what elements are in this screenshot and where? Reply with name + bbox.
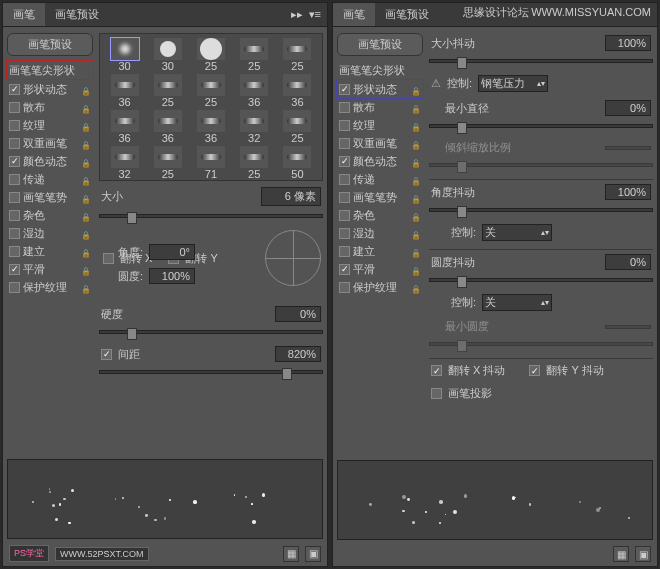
option-10[interactable]: 平滑 (7, 260, 93, 278)
preset-button[interactable]: 画笔预设 (7, 33, 93, 56)
lock-icon[interactable] (81, 210, 91, 221)
spacing-check[interactable] (101, 349, 112, 360)
spacing-field[interactable]: 820% (275, 346, 321, 362)
flipy-jitter-check[interactable] (529, 365, 540, 376)
option-6[interactable]: 画笔笔势 (7, 188, 93, 206)
option-check[interactable] (339, 84, 350, 95)
min-diam-field[interactable]: 0% (605, 100, 651, 116)
new-icon-r[interactable]: ▦ (613, 546, 629, 562)
option-10[interactable]: 平滑 (337, 260, 423, 278)
brush-thumb[interactable]: 25 (234, 146, 275, 180)
option-8[interactable]: 湿边 (7, 224, 93, 242)
option-9[interactable]: 建立 (337, 242, 423, 260)
option-check[interactable] (339, 210, 350, 221)
lock-icon[interactable] (411, 264, 421, 275)
brush-thumb[interactable]: 25 (277, 38, 318, 72)
brush-thumb[interactable]: 25 (190, 38, 231, 72)
size-field[interactable]: 6 像素 (261, 187, 321, 206)
lock-icon[interactable] (81, 156, 91, 167)
brush-thumb[interactable]: 36 (104, 74, 145, 108)
projection-check[interactable] (431, 388, 442, 399)
new-icon[interactable]: ▦ (283, 546, 299, 562)
option-2[interactable]: 纹理 (337, 116, 423, 134)
option-check[interactable] (339, 264, 350, 275)
roundness-field[interactable]: 100% (149, 268, 195, 284)
menu-icon[interactable]: ▾≡ (309, 8, 321, 21)
lock-icon[interactable] (81, 102, 91, 113)
option-8[interactable]: 湿边 (337, 224, 423, 242)
option-check[interactable] (9, 282, 20, 293)
brush-thumb[interactable]: 25 (277, 110, 318, 144)
option-check[interactable] (339, 228, 350, 239)
tab-brush[interactable]: 画笔 (3, 3, 45, 26)
size-slider[interactable] (99, 214, 323, 218)
option-0[interactable]: 形状动态 (7, 80, 93, 98)
option-check[interactable] (9, 228, 20, 239)
size-jitter-slider[interactable] (429, 59, 653, 63)
lock-icon[interactable] (411, 120, 421, 131)
option-11[interactable]: 保护纹理 (7, 278, 93, 296)
lock-icon[interactable] (411, 156, 421, 167)
collapse-icon[interactable]: ▸▸ (291, 8, 303, 21)
lock-icon[interactable] (81, 192, 91, 203)
brush-thumb[interactable]: 25 (147, 146, 188, 180)
lock-icon[interactable] (81, 84, 91, 95)
control-dropdown[interactable]: 钢笔压力▴▾ (478, 75, 548, 92)
doc-icon-r[interactable]: ▣ (635, 546, 651, 562)
option-check[interactable] (9, 246, 20, 257)
option-1[interactable]: 散布 (337, 98, 423, 116)
hardness-field[interactable]: 0% (275, 306, 321, 322)
tab-brush-r[interactable]: 画笔 (333, 3, 375, 26)
doc-icon[interactable]: ▣ (305, 546, 321, 562)
brush-thumb[interactable]: 32 (234, 110, 275, 144)
option-check[interactable] (9, 192, 20, 203)
option-4[interactable]: 颜色动态 (7, 152, 93, 170)
size-jitter-field[interactable]: 100% (605, 35, 651, 51)
option-3[interactable]: 双重画笔 (7, 134, 93, 152)
option-check[interactable] (339, 156, 350, 167)
option-check[interactable] (9, 174, 20, 185)
lock-icon[interactable] (81, 174, 91, 185)
lock-icon[interactable] (411, 102, 421, 113)
option-check[interactable] (9, 138, 20, 149)
option-check[interactable] (339, 282, 350, 293)
brush-thumb[interactable]: 30 (104, 38, 145, 72)
brush-thumb[interactable]: 25 (190, 74, 231, 108)
tip-shape-r[interactable]: 画笔笔尖形状 (337, 61, 423, 79)
option-2[interactable]: 纹理 (7, 116, 93, 134)
round-jitter-slider[interactable] (429, 278, 653, 282)
brush-thumb[interactable]: 50 (277, 146, 318, 180)
angle-field[interactable]: 0° (149, 244, 195, 260)
flipx-jitter-check[interactable] (431, 365, 442, 376)
preset-button-r[interactable]: 画笔预设 (337, 33, 423, 56)
brush-thumb[interactable]: 36 (147, 110, 188, 144)
spacing-slider[interactable]: .slider:last-of-type::after{left:82%} (99, 370, 323, 374)
option-check[interactable] (339, 246, 350, 257)
lock-icon[interactable] (411, 246, 421, 257)
option-5[interactable]: 传递 (337, 170, 423, 188)
option-check[interactable] (9, 156, 20, 167)
brush-thumb[interactable]: 32 (104, 146, 145, 180)
brush-thumb[interactable]: 30 (147, 38, 188, 72)
option-check[interactable] (339, 138, 350, 149)
tip-shape[interactable]: 画笔笔尖形状 (7, 61, 93, 79)
lock-icon[interactable] (81, 228, 91, 239)
lock-icon[interactable] (411, 228, 421, 239)
min-diam-slider[interactable] (429, 124, 653, 128)
option-0[interactable]: 形状动态 (337, 80, 423, 98)
lock-icon[interactable] (411, 210, 421, 221)
brush-thumb[interactable]: 36 (234, 74, 275, 108)
brush-thumb[interactable]: 36 (104, 110, 145, 144)
brush-thumb[interactable]: 36 (277, 74, 318, 108)
option-check[interactable] (9, 264, 20, 275)
brush-thumb[interactable]: 71 (190, 146, 231, 180)
tab-preset[interactable]: 画笔预设 (45, 3, 109, 26)
angle-control-dd[interactable]: 关▴▾ (482, 224, 552, 241)
lock-icon[interactable] (81, 120, 91, 131)
hardness-slider[interactable] (99, 330, 323, 334)
lock-icon[interactable] (411, 84, 421, 95)
brush-thumbnails[interactable]: 3030252525362525363636363632253225712550… (99, 33, 323, 181)
lock-icon[interactable] (411, 174, 421, 185)
option-5[interactable]: 传递 (7, 170, 93, 188)
lock-icon[interactable] (81, 282, 91, 293)
